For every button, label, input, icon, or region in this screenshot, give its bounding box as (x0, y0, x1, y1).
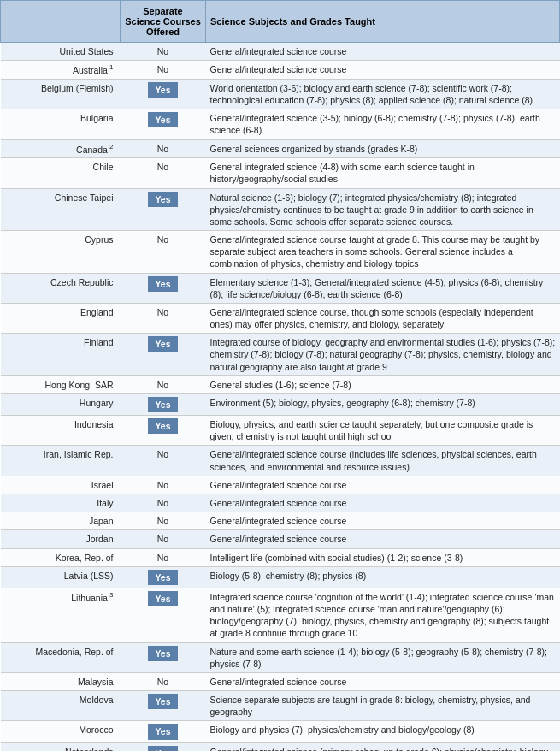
country-cell: Hungary (1, 393, 121, 415)
science-subjects-cell: Biology and physics (7); physics/chemist… (206, 721, 560, 742)
science-subjects-cell: World orientation (3-6); biology and ear… (206, 79, 560, 109)
country-cell: Netherlands (1, 742, 121, 751)
science-subjects-cell: Nature and some earth science (1-4); bio… (206, 642, 560, 672)
table-row: Macedonia, Rep. ofYesNature and some ear… (1, 642, 560, 672)
no-label: No (157, 307, 168, 317)
science-subjects-cell: General/integrated science course (206, 494, 560, 512)
separate-science-cell: No (121, 530, 206, 548)
table-row: HungaryYesEnvironment (5); biology, phys… (1, 393, 560, 415)
yes-badge: Yes (148, 570, 177, 585)
table-row: United StatesNoGeneral/integrated scienc… (1, 43, 560, 61)
yes-badge: Yes (148, 112, 177, 127)
separate-science-cell: No (121, 139, 206, 158)
country-cell: Korea, Rep. of (1, 548, 121, 566)
science-subjects-cell: General/integrated science course (206, 476, 560, 494)
yes-badge: Yes (148, 82, 177, 98)
no-label: No (157, 449, 168, 459)
separate-science-cell: Yes (121, 79, 206, 109)
science-subjects-cell: Natural science (1-6); biology (7); inte… (206, 188, 560, 231)
no-label: No (157, 64, 168, 74)
table-row: Lithuania 3YesIntegrated science course … (1, 588, 560, 642)
no-label: No (157, 677, 168, 687)
country-cell: England (1, 303, 121, 333)
separate-science-cell: No (121, 446, 206, 476)
country-cell: Jordan (1, 530, 121, 548)
yes-badge: Yes (148, 336, 177, 352)
country-cell: Canada 2 (1, 139, 121, 158)
table-row: Czech RepublicYesElementary science (1-3… (1, 273, 560, 303)
country-cell: Latvia (LSS) (1, 566, 121, 588)
main-table: Separate Science Courses Offered Science… (0, 0, 560, 751)
table-row: FinlandYesIntegrated course of biology, … (1, 334, 560, 376)
separate-science-cell: No (121, 376, 206, 393)
country-cell: Iran, Islamic Rep. (1, 446, 121, 476)
country-cell: Bulgaria (1, 109, 121, 139)
country-cell: Cyprus (1, 231, 121, 274)
table-row: Australia 1NoGeneral/integrated science … (1, 61, 560, 80)
yes-badge: Yes (148, 192, 177, 207)
science-subjects-cell: General/integrated science course (206, 43, 560, 61)
separate-science-cell: No (121, 61, 206, 80)
science-subjects-cell: Integrated science course 'cognition of … (206, 588, 560, 642)
separate-science-cell: No (121, 476, 206, 494)
country-cell: Australia 1 (1, 61, 121, 80)
country-cell: Chinese Taipei (1, 188, 121, 231)
table-row: NetherlandsYesGeneral/integrated science… (1, 742, 560, 751)
separate-science-cell: Yes (121, 416, 206, 446)
no-label: No (157, 144, 168, 154)
separate-science-cell: No (121, 231, 206, 274)
table-row: Chinese TaipeiYesNatural science (1-6); … (1, 188, 560, 231)
yes-badge: Yes (148, 276, 177, 292)
no-label: No (157, 498, 168, 508)
no-label: No (157, 162, 168, 172)
science-subjects-cell: General/integrated science course, thoug… (206, 303, 560, 333)
country-cell: Indonesia (1, 416, 121, 446)
yes-badge: Yes (148, 746, 177, 751)
science-subjects-cell: General/integrated science (primary scho… (206, 742, 560, 751)
country-cell: Morocco (1, 721, 121, 742)
science-subjects-cell: General studies (1-6); science (7-8) (206, 376, 560, 393)
table-row: Latvia (LSS)YesBiology (5-8); chemistry … (1, 566, 560, 588)
country-cell: Japan (1, 512, 121, 530)
no-label: No (157, 234, 168, 245)
country-cell: Czech Republic (1, 273, 121, 303)
science-subjects-cell: Environment (5); biology, physics, geogr… (206, 393, 560, 415)
table-row: Hong Kong, SARNoGeneral studies (1-6); s… (1, 376, 560, 393)
country-cell: Israel (1, 476, 121, 494)
separate-science-cell: Yes (121, 721, 206, 742)
science-subjects-cell: General integrated science (4-8) with so… (206, 158, 560, 188)
separate-science-cell: No (121, 672, 206, 690)
col-header-science: Science Subjects and Grades Taught (206, 1, 560, 43)
no-label: No (157, 553, 168, 563)
separate-science-cell: No (121, 43, 206, 61)
table-row: BulgariaYesGeneral/integrated science (3… (1, 109, 560, 139)
science-subjects-cell: General/integrated science course (206, 530, 560, 548)
table-row: IsraelNoGeneral/integrated science cours… (1, 476, 560, 494)
table-row: JordanNoGeneral/integrated science cours… (1, 530, 560, 548)
table-row: Korea, Rep. ofNoIntelligent life (combin… (1, 548, 560, 566)
separate-science-cell: No (121, 548, 206, 566)
no-label: No (157, 380, 168, 390)
yes-badge: Yes (148, 397, 177, 412)
table-row: MoroccoYesBiology and physics (7); physi… (1, 721, 560, 742)
table-row: Iran, Islamic Rep.NoGeneral/integrated s… (1, 446, 560, 476)
country-cell: Macedonia, Rep. of (1, 642, 121, 672)
col-header-separate: Separate Science Courses Offered (121, 1, 206, 43)
separate-science-cell: Yes (121, 742, 206, 751)
col-header-country (1, 1, 121, 43)
yes-badge: Yes (148, 418, 177, 434)
yes-badge: Yes (148, 591, 177, 606)
science-subjects-cell: Biology (5-8); chemistry (8); physics (8… (206, 566, 560, 588)
table-row: ItalyNoGeneral/integrated science course (1, 494, 560, 512)
separate-science-cell: No (121, 494, 206, 512)
yes-badge: Yes (148, 646, 177, 661)
table-row: IndonesiaYesBiology, physics, and earth … (1, 416, 560, 446)
no-label: No (157, 46, 168, 56)
table-row: ChileNoGeneral integrated science (4-8) … (1, 158, 560, 188)
separate-science-cell: Yes (121, 188, 206, 231)
no-label: No (157, 480, 168, 490)
separate-science-cell: Yes (121, 109, 206, 139)
table-row: MalaysiaNoGeneral/integrated science cou… (1, 672, 560, 690)
table-row: Belgium (Flemish)YesWorld orientation (3… (1, 79, 560, 109)
no-label: No (157, 516, 168, 526)
